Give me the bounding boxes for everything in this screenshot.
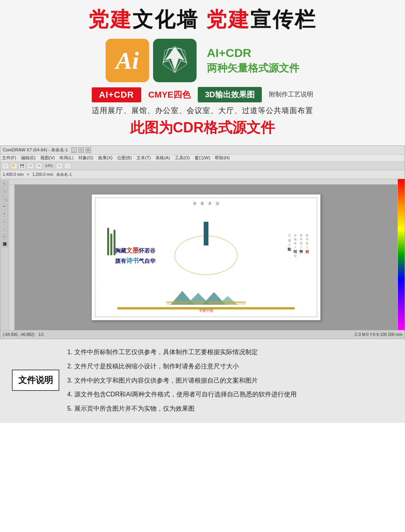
menu-layout[interactable]: 布局(L) bbox=[59, 155, 73, 161]
canvas-inner[interactable]: 善素养源 bbox=[15, 185, 397, 330]
tool-freehand[interactable]: ✏ bbox=[2, 203, 8, 209]
cdr-page-inner: 善素养源 bbox=[95, 198, 317, 317]
badge-cmyk: CMYE四色 bbox=[148, 89, 191, 101]
badge-ai-cdr: AI+CDR bbox=[92, 87, 141, 102]
toolbar-zoom-out[interactable]: - bbox=[64, 163, 71, 169]
menu-text[interactable]: 文本(T) bbox=[136, 155, 151, 161]
tool-ellipse[interactable]: ○ bbox=[2, 226, 8, 232]
top-small-texts: 善素养源 bbox=[193, 201, 219, 206]
menu-edit[interactable]: 编辑(E) bbox=[21, 155, 36, 161]
file-desc-label: 文件说明 bbox=[12, 370, 59, 391]
bamboo-2 bbox=[110, 234, 112, 255]
design-bamboo bbox=[107, 228, 115, 255]
cdr-icon bbox=[153, 39, 197, 82]
cdr-titlebar: CoreDRAW X7 (64-64) - 未命名-1 _ □ ✕ bbox=[0, 146, 405, 155]
design-mountains bbox=[167, 289, 246, 305]
menu-object[interactable]: 对象(O) bbox=[78, 155, 93, 161]
cdr-page: 善素养源 bbox=[91, 194, 321, 321]
file-desc-item-1: 1. 文件中所标制作工艺仅供参考，具体制作工艺要根据实际情况制定 bbox=[67, 347, 393, 357]
toolbar-zoom-in[interactable]: + bbox=[56, 163, 63, 169]
file-desc-item-3: 3. 文件中的文字和图片内容仅供参考，图片请根据自己的文案和图片 bbox=[67, 375, 393, 386]
cdr-screenshot: CoreDRAW X7 (64-64) - 未命名-1 _ □ ✕ 文件(F) … bbox=[0, 145, 405, 339]
ai-icon: Ai bbox=[106, 39, 149, 82]
toolbar-undo[interactable]: ↩ bbox=[27, 163, 34, 169]
menu-bitmap[interactable]: 位图(B) bbox=[117, 155, 132, 161]
close-btn[interactable]: ✕ bbox=[85, 147, 91, 153]
menu-view[interactable]: 视图(V) bbox=[40, 155, 55, 161]
icons-row: Ai AI+CDR 两种矢量格式源文件 bbox=[8, 39, 397, 82]
page-size-x: × bbox=[27, 172, 29, 177]
cdr-toolbar: □ 📂 💾 ↩ ↪ 54% + - bbox=[0, 162, 405, 170]
design-content: 善素养源 bbox=[95, 198, 317, 317]
title-mid: 文化墙 bbox=[132, 8, 206, 31]
svg-rect-7 bbox=[167, 302, 246, 303]
file-desc-list: 1. 文件中所标制作工艺仅供参考，具体制作工艺要根据实际情况制定 2. 文件尺寸… bbox=[67, 347, 393, 413]
badge-3d: 3D输出效果图 bbox=[198, 87, 262, 102]
vtext-1: 巧 使 人 勤 bbox=[288, 234, 291, 258]
design-blue-pillar bbox=[204, 222, 208, 245]
tool-text[interactable]: T bbox=[2, 211, 8, 217]
menu-table[interactable]: 表格(A) bbox=[155, 155, 170, 161]
toolbar-open[interactable]: 📂 bbox=[10, 163, 17, 169]
cdr-title-text: CoreDRAW X7 (64-64) - 未命名-1 bbox=[3, 147, 68, 153]
menu-effect[interactable]: 效果(X) bbox=[98, 155, 113, 161]
tool-fill[interactable]: ⬛ bbox=[2, 241, 8, 247]
icon-text-block: AI+CDR 两种矢量格式源文件 bbox=[207, 46, 299, 75]
tool-pointer[interactable]: ↖ bbox=[2, 181, 8, 187]
title-red-2: 党建 bbox=[206, 8, 250, 31]
icon-text-sub: 两种矢量格式源文件 bbox=[207, 61, 299, 75]
design-right-texts: 巧 使 人 勤 史 教 使 人 明 bbox=[288, 234, 309, 258]
tool-polygon[interactable]: ⬡ bbox=[2, 233, 8, 240]
cdr-property-bar: 1,400.0 mm × 1,200.0 mm 未命名-1 bbox=[0, 170, 405, 179]
menu-tools[interactable]: 工具(O) bbox=[175, 155, 190, 161]
cdr-svg-icon bbox=[157, 43, 193, 78]
status-page: 1/1 bbox=[38, 332, 44, 337]
toolbar-redo[interactable]: ↪ bbox=[35, 163, 42, 169]
vtext-2: 史 教 使 人 明 智 bbox=[293, 234, 297, 258]
top-ruler bbox=[9, 179, 397, 185]
page-size-w: 1,400.0 mm bbox=[3, 172, 24, 177]
page-name-label: 未命名-1 bbox=[56, 172, 72, 177]
vtext-4: 数 学 使 人 精 bbox=[305, 234, 309, 258]
bottom-section: 文件说明 1. 文件中所标制作工艺仅供参考，具体制作工艺要根据实际情况制定 2.… bbox=[0, 339, 405, 423]
cdr-menubar: 文件(F) 编辑(E) 视图(V) 布局(L) 对象(O) 效果(X) 位图(B… bbox=[0, 155, 405, 162]
tool-shape[interactable]: ◇ bbox=[2, 188, 8, 194]
format-title: 此图为CDR格式源文件 bbox=[8, 118, 397, 138]
title-red-1: 党建 bbox=[88, 8, 132, 31]
tool-zoom[interactable]: 🔍 bbox=[2, 196, 8, 202]
vtext-3: 着 辩 使 人 辩 bbox=[299, 234, 303, 258]
cdr-color-panel[interactable] bbox=[397, 179, 405, 330]
bamboo-1 bbox=[107, 228, 109, 255]
minimize-btn[interactable]: _ bbox=[71, 147, 77, 153]
page-size-h: 1,200.0 mm bbox=[32, 172, 53, 177]
toolbar-new[interactable]: □ bbox=[2, 163, 9, 169]
tool-rect[interactable]: □ bbox=[2, 218, 8, 224]
badge-note: 附制作工艺说明 bbox=[269, 91, 313, 99]
menu-window[interactable]: 窗口(W) bbox=[195, 155, 210, 161]
icon-text-title: AI+CDR bbox=[207, 46, 252, 60]
cdr-canvas-area[interactable]: 善素养源 bbox=[9, 179, 397, 330]
left-ruler bbox=[9, 185, 15, 330]
cdr-workspace: ↖ ◇ 🔍 ✏ T □ ○ ⬡ ⬛ bbox=[0, 179, 405, 330]
menu-help[interactable]: 帮助(H) bbox=[215, 155, 229, 161]
title-end: 宣传栏 bbox=[250, 8, 317, 31]
zoom-level: 54% bbox=[44, 164, 55, 168]
maximize-btn[interactable]: □ bbox=[78, 147, 84, 153]
file-desc-item-5: 5. 展示页中所含图片并不为实物，仅为效果图 bbox=[67, 404, 393, 414]
main-title: 党建文化墙 党建宣传栏 bbox=[8, 7, 397, 32]
design-line2: 腹有诗书气自华 bbox=[115, 256, 155, 266]
design-main-text: 胸藏文墨怀若谷 腹有诗书气自华 bbox=[115, 245, 155, 266]
usage-desc: 适用展厅、展馆、办公室、会议室、大厅、过道等公共墙面布置 bbox=[8, 106, 397, 116]
cdr-status-bar: (-64.930, -46.882) 1/1 C:0 M:0 Y:0 K:100… bbox=[0, 330, 405, 339]
status-color: C:0 M:0 Y:0 K:100 200 mm bbox=[355, 332, 402, 337]
file-desc-item-2: 2. 文件尺寸是投稿比例缩小设计，制作时请务必注意尺寸大小 bbox=[67, 361, 393, 372]
status-coords: (-64.930, -46.882) bbox=[3, 332, 34, 337]
badge-row: AI+CDR CMYE四色 3D输出效果图 附制作工艺说明 bbox=[8, 87, 397, 102]
toolbar-save[interactable]: 💾 bbox=[19, 163, 26, 169]
ai-label: Ai bbox=[116, 47, 139, 75]
cdr-titlebar-buttons: _ □ ✕ bbox=[71, 147, 91, 153]
mountains-svg bbox=[167, 289, 246, 305]
header-section: 党建文化墙 党建宣传栏 Ai AI+CDR 两种矢量格式源文件 AI+CDR C… bbox=[0, 0, 405, 145]
cdr-left-panel: ↖ ◇ 🔍 ✏ T □ ○ ⬡ ⬛ bbox=[0, 179, 9, 330]
menu-file[interactable]: 文件(F) bbox=[2, 155, 16, 161]
